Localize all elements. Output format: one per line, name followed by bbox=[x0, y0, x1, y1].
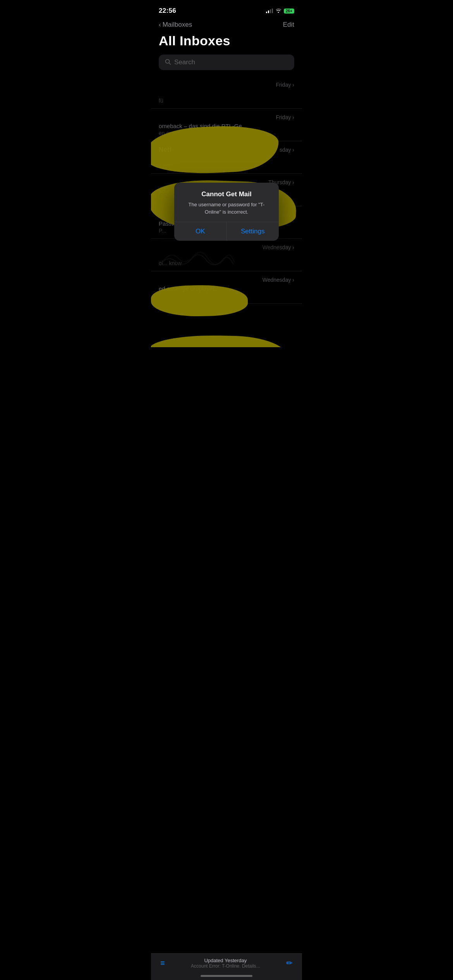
alert-overlay: Cannot Get Mail The username or password… bbox=[151, 76, 302, 347]
status-time: 22:56 bbox=[159, 7, 176, 15]
nav-header: ‹ Mailboxes Edit bbox=[151, 19, 302, 32]
back-button[interactable]: ‹ Mailboxes bbox=[159, 21, 192, 29]
search-icon bbox=[165, 59, 171, 66]
status-bar: 22:56 26+ bbox=[151, 0, 302, 19]
edit-button[interactable]: Edit bbox=[283, 21, 294, 29]
signal-icon bbox=[266, 9, 273, 13]
search-container: Search bbox=[151, 55, 302, 76]
mail-list: Friday › fü Friday › omeback – das sind … bbox=[151, 76, 302, 347]
alert-ok-button[interactable]: OK bbox=[174, 222, 227, 241]
battery-icon: 26+ bbox=[284, 9, 294, 14]
alert-message: The username or password for "T-Online" … bbox=[180, 201, 273, 215]
svg-line-1 bbox=[169, 63, 171, 64]
search-bar[interactable]: Search bbox=[159, 55, 294, 70]
chevron-left-icon: ‹ bbox=[159, 21, 161, 29]
alert-settings-button[interactable]: Settings bbox=[227, 222, 279, 241]
status-icons: 26+ bbox=[266, 8, 294, 14]
alert-dialog: Cannot Get Mail The username or password… bbox=[174, 183, 279, 240]
alert-body: Cannot Get Mail The username or password… bbox=[174, 183, 279, 221]
alert-title: Cannot Get Mail bbox=[180, 190, 273, 198]
page-title: All Inboxes bbox=[151, 32, 302, 55]
search-placeholder: Search bbox=[174, 58, 195, 66]
wifi-icon bbox=[275, 8, 281, 14]
alert-buttons: OK Settings bbox=[174, 222, 279, 241]
